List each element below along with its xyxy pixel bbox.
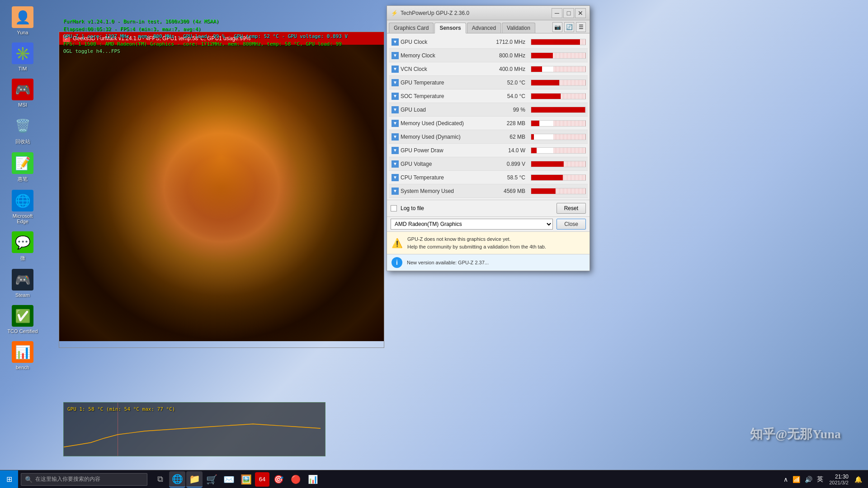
sensor-name-cell-4: ▼ SOC Temperature	[389, 93, 488, 100]
huibao-icon: 📝	[12, 152, 33, 174]
tray-clock[interactable]: 21:30 2021/3/2	[826, 474, 851, 485]
sensor-dropdown-1[interactable]: ▼	[392, 52, 399, 59]
sensor-row-10: ▼ CPU Temperature 58.5 °C	[389, 171, 588, 184]
sensor-dropdown-11[interactable]: ▼	[392, 188, 399, 195]
tab-sensors[interactable]: Sensors	[434, 23, 466, 33]
desktop-icon-tim[interactable]: ✳️ TIM	[5, 41, 41, 73]
sensor-value-4: 54.0 °C	[488, 93, 529, 99]
recycle-icon: 🗑️	[12, 115, 33, 136]
taskbar-app-purple[interactable]: 🎯	[270, 471, 287, 488]
gpu-select-dropdown[interactable]: AMD Radeon(TM) Graphics	[391, 219, 553, 230]
sensor-dropdown-3[interactable]: ▼	[392, 79, 399, 86]
taskbar-app-64[interactable]: 64	[255, 472, 269, 487]
sensor-dropdown-8[interactable]: ▼	[392, 147, 399, 154]
taskbar-app-mail[interactable]: ✉️	[221, 471, 237, 488]
desktop-icon-bench[interactable]: 📊 bench	[5, 339, 41, 372]
tray-network[interactable]: 📶	[791, 476, 802, 483]
furmark-line-2: Elapsed:00:05:32 - FPS:4 (min:3, max:7, …	[63, 26, 348, 33]
furmark-graph: GPU 1: 58 °C (min: 54 °C max: 77 °C)	[63, 402, 326, 456]
taskbar-app-red[interactable]: 🔴	[288, 471, 304, 488]
desktop-icon-wechat[interactable]: 💬 微	[5, 230, 41, 263]
desktop-icon-tco[interactable]: ✅ TCO Certified	[5, 303, 41, 336]
gpuz-info-banner: i New version available: GPU-Z 2.37...	[387, 254, 590, 271]
gpuz-title: TechPowerUp GPU-Z 2.36.0	[401, 10, 549, 16]
maximize-button[interactable]: □	[563, 8, 574, 18]
menu-icon[interactable]: ☰	[576, 22, 586, 32]
sensor-name-cell-9: ▼ GPU Voltage	[389, 160, 488, 168]
sensor-dropdown-5[interactable]: ▼	[392, 106, 399, 113]
tab-advanced[interactable]: Advanced	[467, 23, 501, 33]
desktop-icon-steam[interactable]: 🎮 Steam	[5, 267, 41, 300]
tray-volume[interactable]: 🔊	[803, 476, 814, 483]
sensor-value-1: 800.0 MHz	[488, 52, 529, 59]
sensor-value-7: 62 MB	[488, 134, 529, 140]
sensor-bar-track-0	[531, 39, 586, 45]
tray-notification[interactable]: 🔔	[853, 476, 863, 483]
tab-graphics-card[interactable]: Graphics Card	[389, 23, 434, 33]
refresh-icon[interactable]: 🔄	[564, 22, 574, 32]
taskbar-app-photos[interactable]: 🖼️	[238, 471, 254, 488]
desktop-icon-edge[interactable]: 🌐 Microsoft Edge	[5, 188, 41, 226]
sensor-value-8: 14.0 W	[488, 147, 529, 154]
gpuz-window: ⚡ TechPowerUp GPU-Z 2.36.0 ─ □ ✕ Graphic…	[387, 5, 590, 271]
sensor-name-3: GPU Temperature	[401, 80, 444, 86]
close-window-button[interactable]: ✕	[575, 8, 586, 18]
sensor-name-cell-10: ▼ CPU Temperature	[389, 174, 488, 181]
log-to-file-checkbox[interactable]	[391, 205, 397, 211]
sensor-bar-cell-9	[529, 159, 588, 169]
desktop: F Geeks3D FurMark v1.24.1.0 - 4FPS, GPU1…	[0, 0, 868, 470]
sensor-dropdown-6[interactable]: ▼	[392, 120, 399, 127]
sensor-bar-noise-7	[553, 134, 585, 140]
reset-button[interactable]: Reset	[557, 203, 586, 214]
sensor-name-cell-6: ▼ Memory Used (Dedicated)	[389, 120, 488, 127]
sensor-bar-track-2	[531, 66, 586, 72]
sensor-row-7: ▼ Memory Used (Dynamic) 62 MB	[389, 130, 588, 144]
sensor-dropdown-4[interactable]: ▼	[392, 93, 399, 100]
taskbar-app-explorer[interactable]: 📁	[186, 471, 203, 488]
start-button[interactable]: ⊞	[0, 470, 18, 488]
screenshot-icon[interactable]: 📷	[552, 22, 562, 32]
sensor-name-11: System Memory Used	[401, 188, 454, 194]
sensor-name-2: VCN Clock	[401, 66, 427, 72]
desktop-icon-huibao[interactable]: 📝 惠笔	[5, 150, 41, 184]
desktop-icon-recycle[interactable]: 🗑️ 回收站	[5, 113, 41, 147]
furmark-line-5: OGL toggle h4...FPS	[63, 48, 348, 56]
taskbar-app-view[interactable]: ⧉	[152, 471, 168, 488]
taskbar-app-store[interactable]: 🛒	[203, 471, 220, 488]
desktop-icon-yuna[interactable]: 👤 Yuna	[5, 5, 41, 37]
sensor-dropdown-0[interactable]: ▼	[392, 38, 399, 46]
sensor-bar-noise-0	[553, 39, 585, 45]
furmark-overlay: FurMark v1.24.1.0 - Burn-in test, 1600x3…	[63, 18, 348, 56]
sensor-dropdown-10[interactable]: ▼	[392, 174, 399, 181]
minimize-button[interactable]: ─	[552, 8, 562, 18]
sensor-value-11: 4569 MB	[488, 188, 529, 194]
sensor-name-7: Memory Used (Dynamic)	[401, 134, 461, 140]
sensor-bar-cell-2	[529, 64, 588, 74]
msi-label: MSI	[18, 102, 27, 108]
steam-icon: 🎮	[12, 269, 33, 291]
taskbar-apps: ⧉ 🌐 📁 🛒 ✉️ 🖼️ 64 🎯 🔴 📊	[150, 471, 323, 488]
sensor-name-cell-5: ▼ GPU Load	[389, 106, 488, 113]
sensor-name-9: GPU Voltage	[401, 161, 432, 167]
sensor-dropdown-9[interactable]: ▼	[392, 160, 399, 168]
sensor-dropdown-7[interactable]: ▼	[392, 133, 399, 141]
taskbar-app-green[interactable]: 📊	[305, 471, 321, 488]
tab-validation[interactable]: Validation	[502, 23, 535, 33]
sensor-name-cell-0: ▼ GPU Clock	[389, 38, 488, 46]
sensor-bar-fill-1	[531, 53, 553, 58]
desktop-icon-msi[interactable]: 🎮 MSI	[5, 77, 41, 109]
tray-chevron[interactable]: ∧	[782, 476, 789, 483]
taskbar-search[interactable]: 🔍 在这里输入你要搜索的内容	[21, 473, 147, 486]
desktop-icons: 👤 Yuna ✳️ TIM 🎮 MSI 🗑️ 回收站 📝 惠笔 🌐 Micros…	[0, 0, 45, 376]
sensor-row-3: ▼ GPU Temperature 52.0 °C	[389, 76, 588, 89]
bench-icon: 📊	[12, 341, 33, 363]
gpuz-warning-banner: ⚠️ GPU-Z does not know this graphics dev…	[387, 231, 590, 254]
tray-lang[interactable]: 英	[816, 475, 825, 483]
taskbar-app-edge[interactable]: 🌐	[169, 471, 185, 488]
close-button[interactable]: Close	[557, 219, 586, 230]
bench-label: bench	[16, 365, 29, 370]
sensor-bar-track-11	[531, 188, 586, 194]
sensor-dropdown-2[interactable]: ▼	[392, 66, 399, 73]
sensor-bar-noise-10	[553, 175, 585, 180]
sensor-bar-track-8	[531, 147, 586, 154]
